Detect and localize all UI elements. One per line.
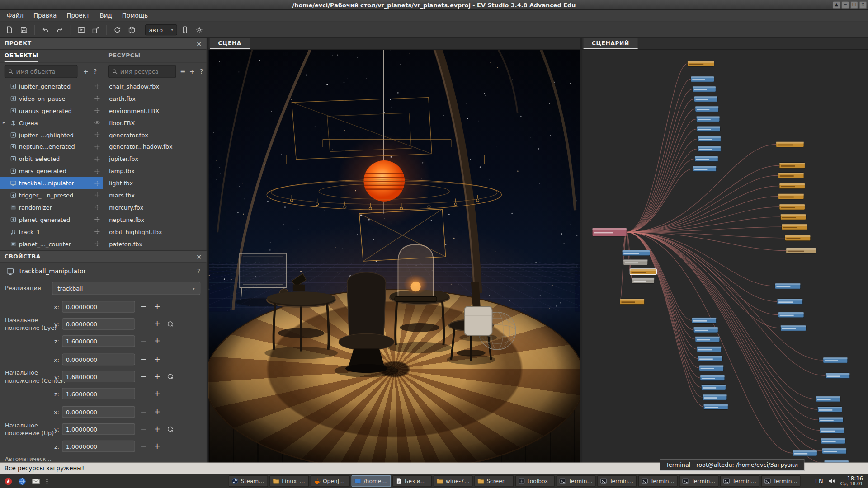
object-search-input[interactable] [16,68,75,75]
decrement-button[interactable]: − [138,423,149,434]
resource-menu-button[interactable]: ≡ [178,66,187,77]
resource-help-button[interactable]: ? [197,66,206,77]
resource-search-input[interactable] [120,68,173,75]
menu-file[interactable]: Файл [2,10,28,21]
resource-item[interactable]: light.fbx [104,177,207,189]
object-item[interactable]: mars_generated [0,165,103,177]
scenario-node[interactable] [630,269,656,274]
reset-icon[interactable] [167,373,174,380]
menu-help[interactable]: Помощь [118,10,152,21]
manipulator-icon[interactable] [94,108,100,113]
y-value-input[interactable] [62,423,135,435]
shade-button[interactable]: ▲ [833,1,840,9]
manipulator-icon[interactable] [94,180,100,186]
decrement-button[interactable]: − [138,354,149,365]
maximize-button[interactable]: □ [850,1,858,9]
scenario-node[interactable] [775,283,800,289]
scenario-node[interactable] [701,385,726,390]
add-resource-button[interactable]: + [188,66,197,77]
increment-button[interactable]: + [152,423,163,434]
taskbar-window-7[interactable]: toolbox [515,475,555,487]
export-button[interactable] [89,23,102,36]
resource-item[interactable]: lamp.fbx [104,165,207,177]
scenario-node[interactable] [782,224,807,230]
device-button[interactable] [178,23,191,36]
manipulator-icon[interactable] [94,192,100,198]
object-item[interactable]: planet_..._counter [0,238,103,250]
y-value-input[interactable] [62,371,135,382]
scenario-node[interactable] [698,356,722,361]
resource-item[interactable]: earth.fbx [104,92,207,104]
scenario-node[interactable] [781,325,806,331]
scenario-node[interactable] [698,136,721,141]
settings-button[interactable] [193,23,206,36]
decrement-button[interactable]: − [138,388,149,399]
scenario-node[interactable] [695,156,718,161]
decrement-button[interactable]: − [138,301,149,312]
decrement-button[interactable]: − [138,371,149,382]
tab-resources[interactable]: РЕСУРСЫ [108,50,141,62]
taskbar-window-8[interactable]: Terminal - e... [557,475,596,487]
taskbar-window-5[interactable]: wine-7.0.1 [434,475,473,487]
reset-icon[interactable] [167,320,174,328]
package-button[interactable] [125,23,138,36]
y-value-input[interactable] [62,318,135,330]
increment-button[interactable]: + [152,354,163,365]
undo-button[interactable] [39,23,52,36]
scenario-node[interactable] [688,61,714,66]
scenario-node[interactable] [779,204,805,210]
taskbar-window-13[interactable]: Terminal - e... [761,475,801,487]
scenario-node[interactable] [816,396,840,402]
titlebar[interactable]: /home/evci/Рабочий стол/vr_planets/vr_pl… [0,0,868,10]
z-value-input[interactable] [62,388,135,399]
reset-icon[interactable] [167,426,174,433]
save-button[interactable] [17,23,30,36]
add-object-button[interactable]: + [81,66,90,77]
resource-item[interactable]: chair_shadow.fbx [104,80,207,93]
resource-item[interactable]: generator.fbx [104,129,207,141]
help-icon[interactable]: ? [197,267,200,275]
object-item[interactable]: neptune...enerated [0,141,103,153]
taskbar-window-6[interactable]: Screen [474,475,514,487]
scenario-node[interactable] [777,299,802,304]
z-value-input[interactable] [62,335,135,347]
scenario-node[interactable] [779,183,805,188]
scenario-node[interactable] [700,375,725,380]
resource-item[interactable]: mercury.fbx [104,202,207,214]
taskbar-window-12[interactable]: Terminal - ro... [720,475,760,487]
scenario-node[interactable] [623,259,648,265]
scenario-node[interactable] [778,194,804,199]
scenario-node[interactable] [778,312,804,318]
scenario-node[interactable] [821,438,845,444]
manipulator-icon[interactable] [94,95,100,101]
decrement-button[interactable]: − [138,319,149,329]
resource-item[interactable]: jupiter.fbx [104,153,207,165]
keyboard-layout-indicator[interactable]: EN [815,478,823,484]
scenario-node[interactable] [826,373,850,378]
increment-button[interactable]: + [152,406,163,417]
object-item[interactable]: orbit_selected [0,153,103,165]
object-item[interactable]: jupiter_generated [0,80,103,93]
resource-item[interactable]: generator...hadow.fbx [104,141,207,153]
new-project-button[interactable] [3,23,16,36]
scenario-node[interactable] [695,336,720,342]
object-item[interactable]: randomizer [0,202,103,214]
object-item[interactable]: ▸Сцена [0,117,103,129]
decrement-button[interactable]: − [138,406,149,417]
increment-button[interactable]: + [152,441,163,451]
object-item[interactable]: planet_generated [0,213,103,225]
tab-scenario[interactable]: СЦЕНАРИЙ [584,38,638,49]
object-item[interactable]: video_on_pause [0,92,103,104]
scenario-node[interactable] [793,450,817,456]
scene-3d-view[interactable] [209,50,580,462]
mail-launcher[interactable] [30,475,42,487]
x-value-input[interactable] [62,353,135,365]
manipulator-icon[interactable] [94,241,100,247]
scenario-node[interactable] [703,404,728,409]
scenario-node[interactable] [699,365,724,371]
manipulator-icon[interactable] [94,229,100,235]
object-item[interactable]: jupiter_...ghlighted [0,129,103,141]
scenario-node[interactable] [592,228,627,236]
scenario-node[interactable] [820,428,844,433]
taskbar-window-11[interactable]: Terminal - m... [679,475,718,487]
